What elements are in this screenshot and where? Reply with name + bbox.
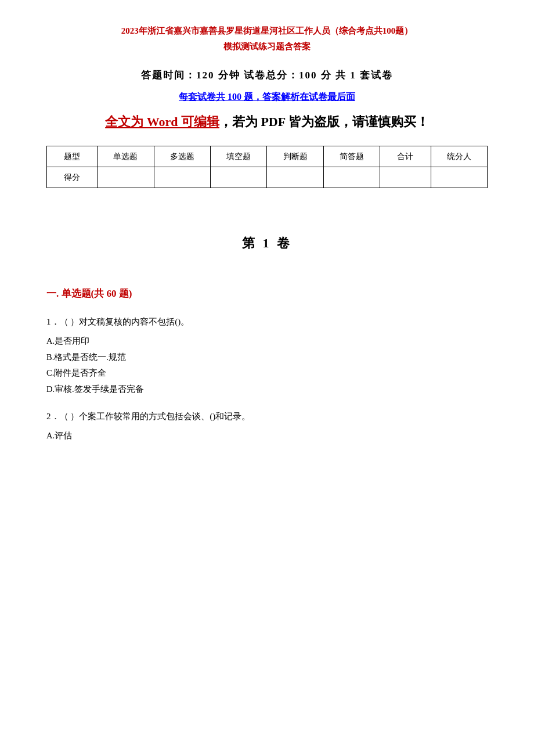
black-bold-text: ，若为 PDF 皆为盗版，请谨慎购买！: [219, 114, 429, 129]
col-header-judge: 判断题: [267, 146, 323, 167]
score-single: [98, 167, 154, 188]
score-table: 题型 单选题 多选题 填空题 判断题 简答题 合计 统分人 得分: [46, 146, 488, 188]
question-2-option-a: A.评估: [46, 428, 488, 444]
col-header-type: 题型: [47, 146, 98, 167]
question-1-option-b: B.格式是否统一.规范: [46, 350, 488, 366]
question-1-option-d: D.审核.签发手续是否完备: [46, 381, 488, 398]
vol-title: 第 1 卷: [46, 235, 488, 252]
table-header-row: 题型 单选题 多选题 填空题 判断题 简答题 合计 统分人: [47, 146, 488, 167]
col-header-fill: 填空题: [211, 146, 267, 167]
col-header-multi: 多选题: [154, 146, 210, 167]
score-fill: [211, 167, 267, 188]
question-1-stem: 1．（ ）对文稿复核的内容不包括()。: [46, 314, 488, 330]
score-scorer: [431, 167, 488, 188]
question-1-option-a: A.是否用印: [46, 333, 488, 350]
score-short: [323, 167, 380, 188]
score-multi: [154, 167, 210, 188]
table-score-row: 得分: [47, 167, 488, 188]
col-header-scorer: 统分人: [431, 146, 488, 167]
question-2-stem: 2．（ ）个案工作较常用的方式包括会谈、()和记录。: [46, 409, 488, 424]
exam-info: 答题时间：120 分钟 试卷总分：100 分 共 1 套试卷: [46, 69, 488, 82]
score-table-container: 题型 单选题 多选题 填空题 判断题 简答题 合计 统分人 得分: [46, 146, 488, 188]
page-title: 2023年浙江省嘉兴市嘉善县罗星街道星河社区工作人员（综合考点共100题） 模拟…: [46, 23, 488, 55]
col-header-total: 合计: [380, 146, 431, 167]
col-header-single: 单选题: [98, 146, 154, 167]
col-header-short: 简答题: [323, 146, 380, 167]
score-total: [380, 167, 431, 188]
question-1-options: A.是否用印 B.格式是否统一.规范 C.附件是否齐全 D.审核.签发手续是否完…: [46, 333, 488, 397]
score-judge: [267, 167, 323, 188]
question-1-option-c: C.附件是否齐全: [46, 365, 488, 381]
red-underline-text: 全文为 Word 可编辑: [105, 114, 219, 129]
question-2: 2．（ ）个案工作较常用的方式包括会谈、()和记录。 A.评估: [46, 409, 488, 444]
question-2-options: A.评估: [46, 428, 488, 444]
section-title: 一. 单选题(共 60 题): [46, 287, 488, 300]
question-1: 1．（ ）对文稿复核的内容不包括()。 A.是否用印 B.格式是否统一.规范 C…: [46, 314, 488, 397]
highlight-red-large-text: 全文为 Word 可编辑，若为 PDF 皆为盗版，请谨慎购买！: [46, 111, 488, 132]
row-label-score: 得分: [47, 167, 98, 188]
highlight-blue-text: 每套试卷共 100 题，答案解析在试卷最后面: [46, 91, 488, 103]
